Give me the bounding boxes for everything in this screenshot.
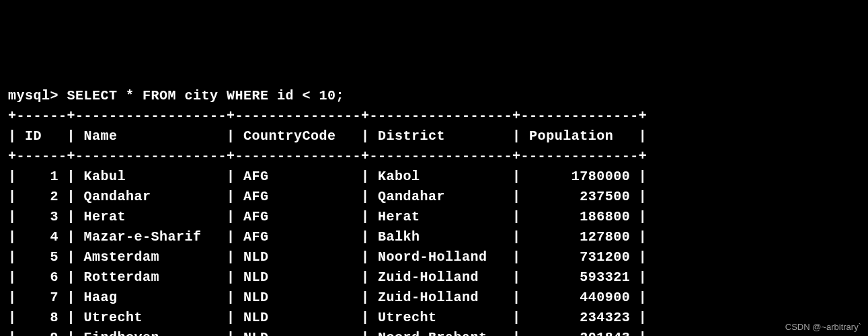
table-header-row: | ID | Name | CountryCode | District | P… xyxy=(8,128,647,144)
table-border-top: +------+------------------+-------------… xyxy=(8,108,647,124)
terminal-output: mysql> SELECT * FROM city WHERE id < 10;… xyxy=(8,86,860,336)
mysql-prompt: mysql> xyxy=(8,88,67,103)
table-body: | 1 | Kabul | AFG | Kabol | 1780000 | | … xyxy=(8,169,647,336)
sql-query: SELECT * FROM city WHERE id < 10; xyxy=(67,88,345,103)
table-border-mid: +------+------------------+-------------… xyxy=(8,149,647,164)
prompt-line: mysql> SELECT * FROM city WHERE id < 10; xyxy=(8,88,344,103)
watermark: CSDN @~arbitrary` xyxy=(785,321,861,334)
